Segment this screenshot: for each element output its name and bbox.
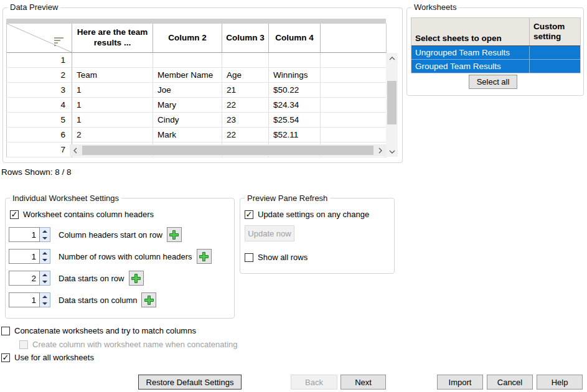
import-button[interactable]: Import — [437, 375, 483, 390]
spin-up-icon[interactable] — [40, 228, 50, 235]
column-header[interactable]: Column 3 — [222, 24, 269, 53]
column-headers-start-row: 1 Column headers start on row — [9, 227, 182, 242]
spinner-arrows[interactable] — [40, 292, 50, 307]
column-header[interactable]: Here are the team results ... — [72, 24, 153, 53]
custom-setting-column-header: Custom setting — [530, 18, 580, 45]
table-row[interactable]: 51Cindy23$25.54 — [6, 113, 387, 128]
table-row[interactable]: 2TeamMember NameAgeWinnings — [6, 68, 387, 83]
update-on-change-checkbox-row[interactable]: Update settings on any change — [245, 210, 369, 219]
row-number: 7 — [7, 142, 72, 157]
spinner-arrows[interactable] — [40, 271, 50, 286]
horizontal-scrollbar[interactable] — [70, 144, 386, 156]
concatenate-label: Concatenate worksheets and try to match … — [14, 326, 196, 335]
table-cell — [321, 128, 387, 142]
table-cell: 22 — [222, 98, 269, 113]
create-column-label: Create column with worksheet name when c… — [32, 340, 238, 349]
spin-up-icon[interactable] — [40, 271, 50, 278]
table-cell: 2 — [72, 128, 153, 142]
sheets-column-header: Select sheets to open — [411, 18, 530, 45]
table-row[interactable]: 1 — [6, 53, 387, 68]
data-start-column-row: 1 Data starts on column — [9, 292, 156, 307]
row-number: 5 — [7, 113, 72, 128]
scroll-left-icon[interactable] — [70, 144, 81, 156]
data-preview-title: Data Preview — [7, 2, 60, 12]
column-header[interactable]: Column 4 — [269, 24, 321, 53]
contains-headers-checkbox-row[interactable]: Worksheet contains column headers — [10, 210, 154, 219]
data-start-row-row: 2 Data starts on row — [9, 271, 144, 286]
spinner-arrows[interactable] — [40, 249, 50, 264]
show-all-rows-checkbox[interactable] — [245, 253, 253, 262]
table-cell: 1 — [72, 113, 153, 128]
preview-header-row: Here are the team results ... Column 2 C… — [6, 24, 387, 53]
table-cell: Member Name — [153, 68, 222, 83]
excel-import-wizard-dialog: Data Preview Here are the team results .… — [0, 0, 587, 392]
use-all-worksheets-checkbox[interactable] — [1, 353, 10, 362]
data-start-column-input[interactable]: 1 — [9, 292, 40, 307]
table-cell: Team — [72, 68, 153, 83]
restore-default-settings-button[interactable]: Restore Default Settings — [138, 375, 242, 390]
column-headers-start-input[interactable]: 1 — [9, 227, 40, 242]
horizontal-scroll-thumb[interactable] — [82, 146, 373, 155]
table-cell: $25.54 — [269, 113, 321, 128]
rows-shown-label: Rows Shown: 8 / 8 — [1, 167, 72, 177]
worksheet-custom-setting[interactable] — [530, 60, 580, 73]
spin-down-icon[interactable] — [40, 300, 50, 307]
show-all-rows-label: Show all rows — [258, 253, 308, 262]
worksheet-name[interactable]: Grouped Team Results — [411, 60, 530, 73]
help-button[interactable]: Help — [537, 375, 583, 390]
cancel-button[interactable]: Cancel — [487, 375, 533, 390]
scroll-down-icon[interactable] — [386, 146, 398, 157]
concatenate-checkbox-row[interactable]: Concatenate worksheets and try to match … — [1, 326, 196, 335]
worksheet-name[interactable]: Ungrouped Team Results — [411, 46, 530, 59]
spin-up-icon[interactable] — [40, 293, 50, 300]
column-header[interactable] — [321, 24, 387, 53]
table-row[interactable]: 41Mary22$24.34 — [6, 98, 387, 113]
next-button[interactable]: Next — [340, 375, 386, 390]
show-all-rows-checkbox-row[interactable]: Show all rows — [245, 253, 308, 262]
column-headers-start-label: Column headers start on row — [59, 230, 162, 240]
data-start-column-label: Data starts on column — [59, 296, 137, 305]
worksheet-item[interactable]: Grouped Team Results — [411, 59, 580, 73]
plus-icon — [169, 230, 179, 240]
scroll-up-icon[interactable] — [386, 53, 398, 63]
header-rows-count-input[interactable]: 1 — [9, 249, 40, 264]
table-cell — [269, 53, 321, 68]
scroll-right-icon[interactable] — [375, 144, 386, 156]
spin-down-icon[interactable] — [40, 256, 50, 263]
row-number: 6 — [7, 128, 72, 142]
column-header[interactable]: Column 2 — [153, 24, 222, 53]
spin-down-icon[interactable] — [40, 278, 50, 285]
worksheet-item[interactable]: Ungrouped Team Results — [411, 46, 580, 59]
add-button[interactable] — [197, 249, 212, 264]
table-cell — [321, 98, 387, 113]
select-all-button[interactable]: Select all — [469, 75, 517, 89]
vertical-scrollbar[interactable] — [386, 53, 398, 157]
table-cell: Winnings — [269, 68, 321, 83]
add-button[interactable] — [129, 271, 144, 286]
concatenate-checkbox[interactable] — [1, 327, 10, 335]
spin-down-icon[interactable] — [40, 235, 50, 241]
worksheet-custom-setting[interactable] — [530, 46, 580, 59]
header-rows-count-row: 1 Number of rows with column headers — [9, 249, 212, 264]
plus-icon — [131, 273, 141, 284]
table-cell — [321, 83, 387, 98]
add-button[interactable] — [141, 292, 156, 307]
add-button[interactable] — [167, 227, 182, 242]
update-on-change-label: Update settings on any change — [258, 210, 369, 219]
create-column-checkbox-row: Create column with worksheet name when c… — [19, 340, 238, 349]
table-row[interactable]: 62Mark22$52.11 — [6, 128, 387, 142]
column-width-bar[interactable] — [6, 19, 386, 24]
table-cell — [321, 113, 387, 128]
vertical-scroll-thumb[interactable] — [387, 81, 397, 124]
update-on-change-checkbox[interactable] — [245, 210, 253, 219]
spinner-arrows[interactable] — [40, 227, 50, 242]
data-start-row-input[interactable]: 2 — [9, 271, 40, 286]
contains-headers-checkbox[interactable] — [10, 210, 19, 219]
table-cell: Mary — [153, 98, 222, 113]
back-button[interactable]: Back — [291, 375, 337, 390]
table-row[interactable]: 31Joe21$50.22 — [6, 83, 387, 98]
update-now-button[interactable]: Update now — [245, 225, 294, 241]
spin-up-icon[interactable] — [40, 250, 50, 256]
use-all-worksheets-checkbox-row[interactable]: Use for all worksheets — [1, 353, 94, 362]
table-cell — [321, 53, 387, 68]
